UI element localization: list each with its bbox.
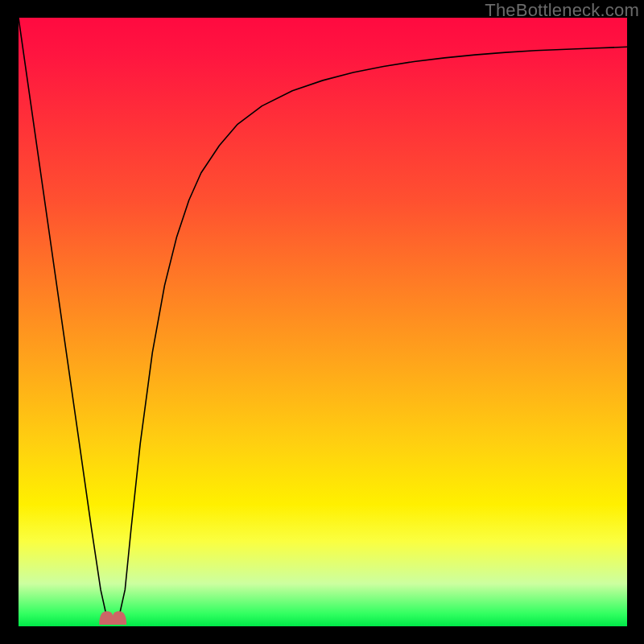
curve-layer — [19, 18, 627, 626]
valley-marker — [99, 611, 126, 625]
attribution-text: TheBottleneck.com — [485, 0, 639, 21]
chart-container: TheBottleneck.com — [0, 0, 644, 644]
bottleneck-curve — [19, 18, 627, 621]
